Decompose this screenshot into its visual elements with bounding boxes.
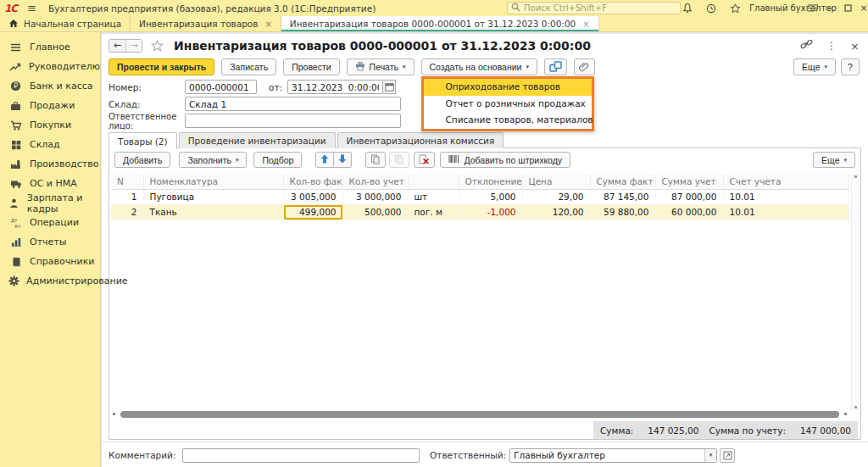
fill-button[interactable]: Заполнить▾ bbox=[179, 152, 247, 168]
sidebar-item-warehouse[interactable]: Склад bbox=[0, 135, 100, 154]
cell-unit[interactable]: пог. м bbox=[408, 204, 459, 220]
menu-item-retail-sales-report[interactable]: Отчет о розничных продажах bbox=[424, 96, 592, 113]
service-menu-icon[interactable] bbox=[804, 0, 822, 16]
help-button[interactable]: ? bbox=[841, 58, 860, 75]
items-more-button[interactable]: Еще▾ bbox=[813, 152, 855, 168]
move-down-button[interactable] bbox=[334, 152, 352, 168]
window-close-button[interactable]: × bbox=[854, 0, 868, 16]
responsible-combo[interactable]: Главный бухгалтер ▾ bbox=[509, 448, 717, 463]
edo-exchange-button[interactable] bbox=[544, 58, 567, 75]
sidebar-item-reports[interactable]: Отчеты bbox=[0, 232, 100, 252]
open-responsible-icon[interactable] bbox=[720, 448, 735, 463]
tab-inventory-list[interactable]: Инвентаризация товаров × bbox=[131, 16, 281, 31]
sidebar-item-operations[interactable]: ДтКтОперации bbox=[0, 213, 100, 232]
forward-arrow-icon[interactable]: → bbox=[125, 40, 142, 52]
cell-nomenclature[interactable]: Ткань bbox=[143, 204, 283, 220]
menu-item-goods-write-off[interactable]: Списание товаров, материалов bbox=[424, 112, 592, 129]
tab-home[interactable]: Начальная страница bbox=[0, 16, 131, 31]
back-arrow-icon[interactable]: ← bbox=[109, 40, 125, 52]
col-nomenclature[interactable]: Номенклатура bbox=[143, 174, 283, 189]
cell-n[interactable]: 2 bbox=[111, 204, 143, 220]
tab-close-icon[interactable]: × bbox=[582, 19, 589, 29]
cell-qty-fact[interactable]: 3 005,000 bbox=[283, 189, 342, 204]
cell-deviation[interactable]: 5,000 bbox=[459, 189, 522, 204]
warehouse-input[interactable] bbox=[185, 97, 401, 111]
col-amount-account[interactable]: Сумма учет bbox=[655, 174, 723, 189]
cell-qty-account[interactable]: 500,000 bbox=[342, 204, 408, 220]
notifications-bell-icon[interactable] bbox=[678, 0, 697, 16]
table-row[interactable]: 2 Ткань 499,000 500,000 пог. м -1,000 12… bbox=[111, 204, 849, 220]
sidebar-item-main[interactable]: Главное bbox=[0, 37, 100, 57]
sidebar-item-salary-hr[interactable]: Зарплата и кадры bbox=[0, 193, 100, 213]
sidebar-item-sales[interactable]: Продажи bbox=[0, 96, 100, 115]
delete-row-button[interactable] bbox=[414, 152, 435, 168]
col-unit[interactable] bbox=[408, 174, 459, 189]
cell-n[interactable]: 1 bbox=[111, 189, 143, 204]
cell-amount-account[interactable]: 60 000,00 bbox=[655, 204, 723, 220]
tab-inventory-document[interactable]: Инвентаризация товаров 0000-000001 от 31… bbox=[281, 16, 599, 31]
menu-item-goods-receipt[interactable]: Оприходование товаров bbox=[424, 79, 592, 96]
sidebar-item-administration[interactable]: Администрирование bbox=[0, 271, 100, 291]
window-minimize-button[interactable]: – bbox=[821, 0, 839, 16]
copy-row-button[interactable] bbox=[365, 152, 386, 168]
get-link-icon[interactable] bbox=[800, 40, 813, 53]
cell-amount-fact[interactable]: 87 145,00 bbox=[590, 189, 655, 204]
document-close-icon[interactable]: × bbox=[850, 40, 860, 53]
more-dots-icon[interactable]: ⋮ bbox=[826, 40, 837, 52]
horizontal-scrollbar[interactable] bbox=[113, 410, 847, 418]
add-by-barcode-button[interactable]: Добавить по штрихкоду bbox=[440, 152, 570, 168]
cell-deviation[interactable]: -1,000 bbox=[459, 204, 522, 220]
paste-row-button[interactable] bbox=[389, 152, 409, 168]
add-row-button[interactable]: Добавить bbox=[114, 152, 170, 168]
cell-qty-account[interactable]: 3 000,000 bbox=[342, 189, 408, 204]
tab-goods[interactable]: Товары (2) bbox=[108, 132, 177, 149]
tab-inventory-execution[interactable]: Проведение инвентаризации bbox=[179, 132, 336, 148]
save-button[interactable]: Записать bbox=[221, 58, 276, 75]
sidebar-item-purchases[interactable]: Покупки bbox=[0, 115, 100, 135]
cell-unit[interactable]: шт bbox=[408, 189, 459, 204]
cell-nomenclature[interactable]: Пуговица bbox=[143, 189, 283, 204]
search-input[interactable] bbox=[524, 3, 676, 13]
cell-qty-fact-focused[interactable]: 499,000 bbox=[283, 204, 342, 220]
cell-amount-fact[interactable]: 59 880,00 bbox=[590, 204, 655, 220]
combo-dropdown-icon[interactable]: ▾ bbox=[704, 449, 716, 462]
cell-account[interactable]: 10.01 bbox=[723, 189, 849, 204]
col-amount-fact[interactable]: Сумма факт bbox=[590, 174, 655, 189]
tab-inventory-commission[interactable]: Инвентаризационная комиссия bbox=[337, 132, 504, 148]
sidebar-item-directories[interactable]: Справочники bbox=[0, 252, 100, 271]
col-price[interactable]: Цена bbox=[522, 174, 590, 189]
col-n[interactable]: N bbox=[111, 174, 143, 189]
comment-input[interactable] bbox=[182, 448, 420, 463]
tab-close-icon[interactable]: × bbox=[264, 19, 271, 29]
global-search[interactable] bbox=[507, 2, 681, 14]
sidebar-item-production[interactable]: Производство bbox=[0, 154, 100, 174]
favorite-star-icon[interactable] bbox=[151, 40, 164, 52]
vertical-scrollbar[interactable] bbox=[851, 174, 859, 410]
cell-price[interactable]: 120,00 bbox=[522, 204, 590, 220]
more-button[interactable]: Еще▾ bbox=[793, 58, 836, 75]
history-icon[interactable] bbox=[702, 0, 721, 16]
date-input[interactable] bbox=[287, 80, 383, 94]
print-button[interactable]: Печать▾ bbox=[347, 58, 415, 75]
pick-button[interactable]: Подбор bbox=[253, 152, 302, 168]
sidebar-item-manager[interactable]: Руководителю bbox=[0, 57, 100, 76]
attachments-button[interactable] bbox=[574, 58, 595, 75]
col-deviation[interactable]: Отклонение bbox=[459, 174, 522, 189]
number-input[interactable] bbox=[185, 80, 257, 94]
move-up-button[interactable] bbox=[315, 152, 334, 168]
scrollbar-thumb[interactable] bbox=[120, 411, 839, 418]
responsible-person-input[interactable] bbox=[185, 114, 401, 128]
favorites-star-icon[interactable] bbox=[726, 0, 744, 16]
calendar-icon[interactable] bbox=[383, 80, 396, 94]
cell-account[interactable]: 10.01 bbox=[723, 204, 849, 220]
col-qty-fact[interactable]: Кол-во факт bbox=[283, 174, 342, 189]
sidebar-item-fixed-assets[interactable]: ОС и НМА bbox=[0, 174, 100, 193]
main-menu-icon[interactable]: ≡ bbox=[27, 0, 36, 16]
cell-price[interactable]: 29,00 bbox=[522, 189, 590, 204]
col-qty-account[interactable]: Кол-во учет bbox=[342, 174, 408, 189]
sidebar-item-bank-cash[interactable]: ₽Банк и касса bbox=[0, 76, 100, 96]
post-and-close-button[interactable]: Провести и закрыть bbox=[108, 58, 214, 75]
cell-amount-account[interactable]: 87 000,00 bbox=[655, 189, 723, 204]
create-based-on-button[interactable]: Создать на основании▾ bbox=[421, 58, 537, 75]
table-row[interactable]: 1 Пуговица 3 005,000 3 000,000 шт 5,000 … bbox=[111, 189, 849, 204]
